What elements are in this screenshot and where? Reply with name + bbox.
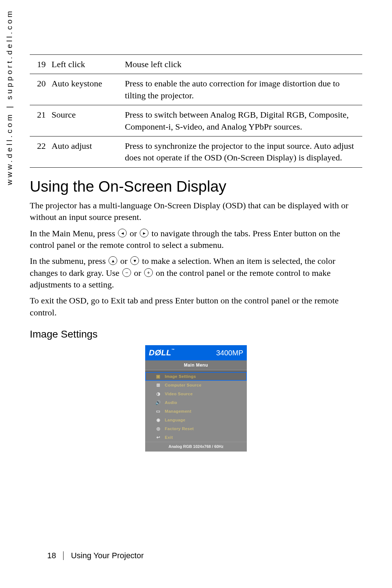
exit-icon: ↩ (155, 435, 161, 440)
section-heading: Using the On-Screen Display (30, 178, 362, 195)
row-num: 22 (30, 136, 49, 167)
subsection-heading: Image Settings (30, 328, 362, 340)
osd-item-factory-reset[interactable]: ◎ Factory Reset (145, 424, 247, 433)
language-icon: ◉ (155, 417, 161, 422)
osd-panel: DØLL™ 3400MP Main Menu ▣ Image Settings … (145, 345, 247, 452)
osd-item-computer-source[interactable]: ⊞ Computer Source (145, 381, 247, 389)
osd-item-label: Management (165, 409, 243, 413)
table-row: 22 Auto adjust Press to synchronize the … (30, 136, 362, 167)
osd-item-language[interactable]: ◉ Language (145, 416, 247, 424)
osd-item-image-settings[interactable]: ▣ Image Settings (145, 372, 247, 381)
row-desc: Press to synchronize the projector to th… (123, 136, 362, 167)
osd-item-label: Computer Source (165, 383, 243, 387)
chapter-title: Using Your Projector (71, 551, 144, 560)
paragraph: To exit the OSD, go to Exit tab and pres… (30, 295, 362, 318)
brand-text: DØLL (149, 348, 171, 357)
nav-left-icon: ◂ (118, 229, 127, 237)
osd-item-management[interactable]: ▭ Management (145, 407, 247, 416)
row-name: Source (49, 105, 123, 136)
text-fragment: In the submenu, press (30, 256, 108, 266)
table-row: 21 Source Press to switch between Analog… (30, 105, 362, 136)
osd-item-label: Language (165, 418, 243, 422)
osd-header: DØLL™ 3400MP (145, 345, 247, 360)
row-name: Left click (49, 55, 123, 74)
image-settings-icon: ▣ (155, 374, 161, 379)
minus-icon: − (122, 268, 131, 277)
osd-item-label: Image Settings (165, 374, 243, 379)
row-name: Auto adjust (49, 136, 123, 167)
osd-status-bar: Analog RGB 1024x768 / 60Hz (145, 442, 247, 452)
plus-icon: + (144, 268, 153, 277)
text-fragment: or (120, 256, 130, 266)
nav-right-icon: ▸ (140, 229, 148, 237)
computer-source-icon: ⊞ (155, 383, 161, 388)
management-icon: ▭ (155, 409, 161, 414)
table-row: 19 Left click Mouse left click (30, 55, 362, 74)
osd-menu-title: Main Menu (145, 360, 247, 370)
page-footer: 18 Using Your Projector (47, 551, 144, 560)
row-desc: Press to switch between Analog RGB, Digi… (123, 105, 362, 136)
nav-up-icon: ▴ (109, 256, 117, 265)
row-num: 20 (30, 74, 49, 105)
osd-item-label: Exit (165, 435, 243, 440)
factory-reset-icon: ◎ (155, 426, 161, 431)
osd-model: 3400MP (216, 349, 244, 357)
paragraph: In the Main Menu, press ◂ or ▸ to naviga… (30, 228, 362, 251)
sidebar-url: www.dell.com | support.dell.com (5, 9, 14, 185)
osd-screenshot-wrap: DØLL™ 3400MP Main Menu ▣ Image Settings … (30, 345, 362, 452)
dell-logo: DØLL™ (149, 348, 175, 358)
paragraph: The projector has a multi-language On-Sc… (30, 200, 362, 223)
osd-item-audio[interactable]: 🔊 Audio (145, 398, 247, 407)
text-fragment: In the Main Menu, press (30, 229, 117, 238)
nav-down-icon: ▾ (130, 256, 139, 265)
footer-separator (63, 551, 64, 560)
osd-item-label: Factory Reset (165, 426, 243, 431)
text-fragment: or (130, 229, 139, 238)
row-num: 19 (30, 55, 49, 74)
feature-table: 19 Left click Mouse left click 20 Auto k… (30, 54, 362, 168)
trademark-icon: ™ (171, 348, 175, 352)
row-desc: Press to enable the auto correction for … (123, 74, 362, 105)
osd-item-label: Video Source (165, 392, 243, 396)
table-row: 20 Auto keystone Press to enable the aut… (30, 74, 362, 105)
text-fragment: or (134, 268, 143, 278)
row-name: Auto keystone (49, 74, 123, 105)
row-num: 21 (30, 105, 49, 136)
audio-icon: 🔊 (155, 400, 161, 405)
paragraph: In the submenu, press ▴ or ▾ to make a s… (30, 255, 362, 290)
video-source-icon: ◑ (155, 391, 161, 396)
page-number: 18 (47, 551, 56, 560)
row-desc: Mouse left click (123, 55, 362, 74)
main-content: 19 Left click Mouse left click 20 Auto k… (30, 54, 362, 452)
osd-item-label: Audio (165, 400, 243, 405)
osd-item-exit[interactable]: ↩ Exit (145, 433, 247, 442)
osd-item-video-source[interactable]: ◑ Video Source (145, 389, 247, 398)
